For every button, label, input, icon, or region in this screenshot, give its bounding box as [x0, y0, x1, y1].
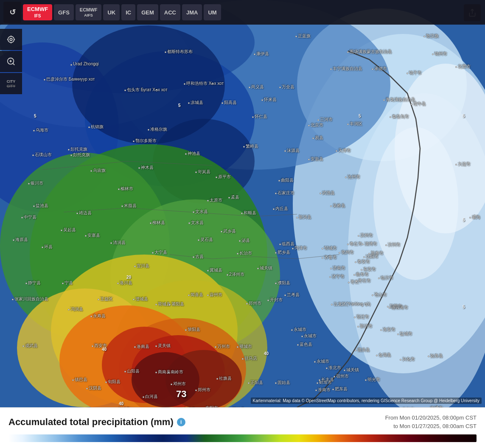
zoom-button[interactable] — [0, 51, 22, 72]
date-from: From Mon 01/20/2025, 08:00pm CST — [385, 414, 477, 422]
svg-line-29 — [13, 63, 14, 65]
svg-point-26 — [10, 38, 12, 41]
svg-point-27 — [8, 36, 14, 43]
model-gem[interactable]: GEM — [137, 4, 158, 20]
model-acc[interactable]: ACC — [160, 4, 180, 20]
info-icon[interactable]: i — [177, 418, 185, 426]
bottom-panel: Accumulated total precipitation (mm) i F… — [0, 407, 485, 448]
model-ecmwf-ifs[interactable]: ECMWFIFS — [23, 4, 52, 20]
color-scale — [8, 434, 477, 442]
map-container[interactable]: 正蓝旗敖汉旗Urad Zhongqi都斯特布苏布康伊县围场满族蒙古族自治县承德市… — [0, 0, 485, 407]
left-controls: CITY CITY — [0, 29, 22, 94]
map-attribution: Kartenmaterial: Map data © OpenStreetMap… — [251, 398, 482, 404]
refresh-button[interactable]: ↺ — [3, 2, 21, 23]
model-ic[interactable]: IC — [121, 4, 135, 20]
bottom-header: Accumulated total precipitation (mm) i F… — [8, 414, 477, 430]
city-toggle-button[interactable]: CITY CITY — [0, 73, 22, 94]
bottom-dates: From Mon 01/20/2025, 08:00pm CST to Mon … — [385, 414, 477, 430]
city-label-bottom: CITY — [7, 84, 16, 88]
precipitation-map — [0, 0, 485, 407]
city-label-top: CITY — [7, 79, 16, 84]
model-jma[interactable]: JMA — [182, 4, 202, 20]
svg-point-21 — [132, 352, 199, 407]
bottom-title: Accumulated total precipitation (mm) i — [8, 417, 185, 428]
model-uk[interactable]: UK — [103, 4, 120, 20]
svg-point-24 — [373, 127, 458, 280]
model-gfs[interactable]: GFS — [54, 4, 74, 20]
bottom-title-text: Accumulated total precipitation (mm) — [8, 417, 174, 428]
date-to: to Mon 01/27/2025, 08:00am CST — [385, 422, 477, 431]
model-ecmwf-aifs[interactable]: ECMWFAIFS — [76, 4, 102, 20]
toolbar: ↺ ECMWFIFS GFS ECMWFAIFS UK IC GEM ACC J… — [0, 0, 485, 25]
model-um[interactable]: UM — [204, 4, 221, 20]
location-button[interactable] — [0, 29, 22, 50]
